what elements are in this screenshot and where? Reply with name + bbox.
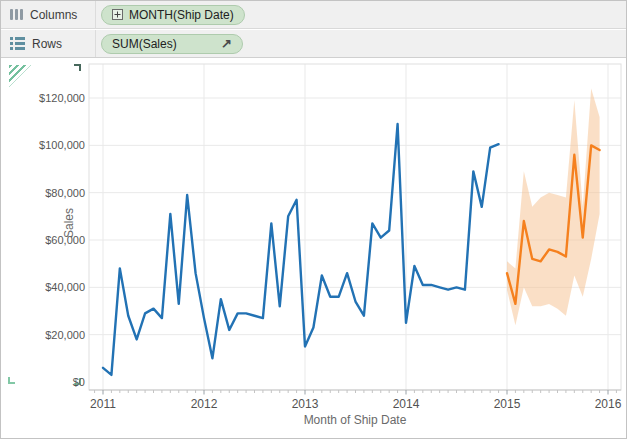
tableau-worksheet: Columns MONTH(Ship Date) Rows SUM(Sales) — [0, 0, 627, 439]
y-tick-label: $20,000 — [21, 329, 85, 341]
corner-bracket-icon — [74, 64, 81, 71]
x-axis-title[interactable]: Month of Ship Date — [255, 413, 455, 427]
x-tick-label: 2011 — [81, 397, 125, 411]
x-tick-label: 2015 — [485, 397, 529, 411]
x-tick-label: 2014 — [384, 397, 428, 411]
y-tick-label: $80,000 — [21, 187, 85, 199]
x-tick-label: 2016 — [586, 397, 627, 411]
x-tick-label: 2013 — [283, 397, 327, 411]
chart-view[interactable]: Sales Month of Ship Date $0$20,000$40,00… — [1, 58, 627, 439]
y-tick-label: $0 — [21, 376, 85, 388]
y-tick-label: $60,000 — [21, 234, 85, 246]
y-tick-label: $120,000 — [21, 92, 85, 104]
y-tick-label: $40,000 — [21, 281, 85, 293]
y-tick-label: $100,000 — [21, 139, 85, 151]
corner-bracket-icon — [8, 377, 15, 384]
sales-forecast-chart[interactable] — [1, 1, 627, 439]
actual-sales-line[interactable] — [103, 124, 499, 375]
x-tick-label: 2012 — [182, 397, 226, 411]
